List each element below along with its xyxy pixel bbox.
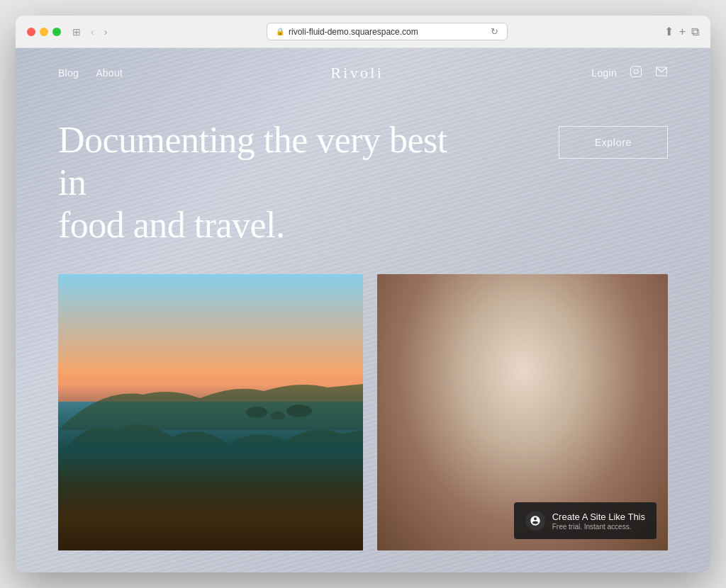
banner-sub-text: Free trial. Instant access. (552, 523, 645, 531)
instagram-icon[interactable] (630, 65, 642, 81)
svg-line-11 (392, 402, 668, 417)
banner-text: Create A Site Like This Free trial. Inst… (552, 511, 645, 531)
forward-button[interactable]: › (101, 25, 111, 39)
squarespace-icon (525, 511, 545, 531)
share-button[interactable]: ⬆ (664, 25, 674, 38)
svg-point-15 (452, 312, 579, 424)
coffee-photo-card: Create A Site Like This Free trial. Inst… (377, 274, 668, 550)
svg-point-21 (586, 327, 645, 379)
svg-point-22 (590, 331, 642, 375)
traffic-lights (27, 28, 61, 36)
close-button[interactable] (27, 28, 35, 36)
svg-point-17 (459, 320, 571, 391)
explore-button[interactable]: Explore (559, 126, 668, 159)
browser-chrome: ⊞ ‹ › 🔒 rivoli-fluid-demo.squarespace.co… (16, 16, 710, 48)
svg-point-23 (542, 426, 554, 436)
svg-point-6 (246, 407, 267, 418)
blog-link[interactable]: Blog (58, 67, 79, 79)
reload-button[interactable]: ↻ (491, 26, 498, 37)
svg-point-16 (454, 316, 576, 398)
svg-point-14 (437, 323, 608, 472)
site-wrapper: Blog About Rivoli Login (16, 48, 710, 572)
banner-main-text: Create A Site Like This (552, 511, 645, 522)
svg-rect-5 (58, 402, 363, 550)
login-link[interactable]: Login (591, 67, 617, 79)
new-tab-button[interactable]: + (679, 26, 686, 38)
svg-point-24 (488, 439, 498, 446)
browser-actions: ⬆ + ⧉ (664, 25, 699, 38)
coastal-photo-card (58, 274, 363, 550)
svg-point-13 (425, 312, 619, 483)
svg-point-1 (634, 69, 638, 74)
hero-section: Documenting the very best in food and tr… (16, 98, 710, 274)
hero-headline: Documenting the very best in food and tr… (58, 119, 455, 246)
nav-right: Login (591, 65, 668, 81)
svg-point-20 (560, 314, 657, 400)
fullscreen-button[interactable] (52, 28, 61, 36)
mail-icon[interactable] (655, 65, 668, 81)
address-bar[interactable]: 🔒 rivoli-fluid-demo.squarespace.com ↻ (118, 23, 655, 40)
svg-rect-4 (58, 274, 363, 550)
tab-view-button[interactable]: ⧉ (691, 26, 699, 38)
svg-point-2 (639, 68, 640, 69)
svg-rect-0 (630, 66, 641, 77)
lock-icon: 🔒 (276, 28, 284, 35)
svg-line-12 (377, 476, 668, 491)
about-link[interactable]: About (96, 67, 123, 79)
svg-point-7 (271, 412, 285, 420)
coastal-photo (58, 274, 363, 550)
minimize-button[interactable] (40, 28, 48, 36)
create-site-banner[interactable]: Create A Site Like This Free trial. Inst… (514, 502, 657, 539)
site-logo[interactable]: Rivoli (330, 64, 384, 82)
sidebar-toggle[interactable]: ⊞ (69, 25, 84, 39)
nav-left: Blog About (58, 67, 123, 79)
svg-point-19 (463, 320, 481, 338)
back-button[interactable]: ‹ (88, 25, 97, 39)
photo-grid: Create A Site Like This Free trial. Inst… (16, 274, 710, 550)
svg-line-10 (377, 327, 668, 356)
browser-window: ⊞ ‹ › 🔒 rivoli-fluid-demo.squarespace.co… (16, 16, 710, 572)
svg-point-8 (286, 405, 312, 417)
site-nav: Blog About Rivoli Login (16, 48, 710, 98)
svg-line-18 (474, 331, 542, 409)
url-text: rivoli-fluid-demo.squarespace.com (289, 27, 418, 37)
browser-controls: ⊞ ‹ › (69, 25, 110, 39)
